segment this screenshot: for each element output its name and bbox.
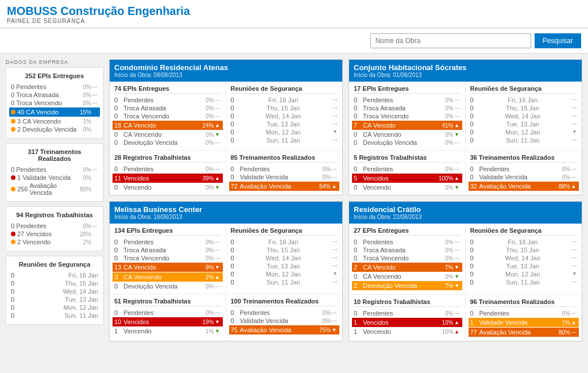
search-bar: Pesquisar [0,29,588,53]
card-header: Condomínio Residencial Atenas Início da … [110,60,342,82]
card-top: 17 EPIs Entregues 0 Pendentes 0% — 0 Tro… [349,82,582,151]
list-item: 0Mon, 12 Jan [11,303,98,312]
item-row: 0 Devolução Vencida 0% — [114,282,221,290]
item-row: 77 Avaliação Vencida 80% — [469,328,579,337]
item-row: 1 Vencendo 1% ▼ [114,327,221,335]
item-pct: 15% [80,109,91,116]
item-row: 72 Avaliação Vencida 84% ▲ [229,182,340,191]
project-card: Melissa Business Center Início da Obra: … [109,201,343,341]
date: Wed, 14 Jan [63,288,98,295]
search-input[interactable] [370,33,531,48]
reunioes-header: Reuniões de Segurança [231,85,338,94]
item-row: 1 Vencidos 10% ▲ [352,318,462,327]
project-start: Início da Obra: 18/08/2013 [114,214,338,220]
meeting-row: 0 Thu, 15 Jan — [470,246,578,254]
item-row: 0 Pendentes 0% — [354,165,461,173]
dot-icon [11,110,16,114]
item-row: 0 Troca Vencendo 0% — [354,112,461,120]
dot-icon [11,175,16,180]
card-top: 27 EPIs Entregues 0 Pendentes 0% — 0 Tro… [349,224,582,295]
list-item: 256 Avaliação Vencida 80% [11,182,98,197]
item-label: 40 CA Vencido [11,109,80,116]
project-card: Conjunto Habitacional Sócrates Início da… [349,59,582,195]
sidebar: DADOS DA EMPRESA 252 EPIs Entregues 0 Pe… [6,59,103,341]
projects-grid: Condomínio Residencial Atenas Início da … [109,59,582,341]
item-row: 0 Validade Vencida 0% — [231,317,338,325]
epis-header: 74 EPIs Entregues [114,85,221,94]
meeting-row: 0 Tue, 13 Jan — [231,120,338,128]
item-row: 0 Validade Vencida 0% — [470,173,578,181]
item-row: 0 Pendentes 0% — [470,309,578,317]
meeting-row: 0 Sun, 11 Jan — [231,278,338,286]
item-row: 75 Avaliação Vencida 75% ▼ [229,325,340,334]
epis-header: 27 EPIs Entregues [354,227,461,236]
item-label: 0 Pendentes [11,166,83,173]
count: 0 [11,304,14,311]
item-row: 0 Troca Atrasada 0% — [354,104,461,112]
reunioes-section: Reuniões de Segurança 0 Fri, 16 Jan — 0 … [226,224,343,294]
dot-icon [11,127,16,132]
item-row: 1 Validade Vencida 1% ▲ [469,318,579,327]
item-arrow: — [91,84,98,90]
item-row: 0 Pendentes 0% — [470,165,578,173]
registros-header: 10 Registros Trabalhistas [354,298,461,307]
epis-title: 252 EPIs Entregues [11,72,98,79]
item-pct: 0% [83,126,91,133]
item-row: 0 Devolução Vencida 0% — [114,139,221,147]
item-row: 0 CA Vencendo 0% ▼ [114,130,221,139]
epis-section: 252 EPIs Entregues 0 Pendentes 0% — 0 Tr… [6,67,103,139]
item-label: 0 Pendentes [11,222,83,229]
item-arrow: — [91,100,98,106]
item-row: 0 Troca Atrasada 0% — [114,104,221,112]
card-header: Melissa Business Center Início da Obra: … [110,202,342,224]
count: 0 [11,296,14,303]
list-item: 3 CA Vencendo 1% [11,117,98,125]
item-pct: 28% [80,231,91,237]
header: MOBUSS Construção Engenharia PAINEL DE S… [0,0,588,29]
item-pct: 0% [83,167,91,173]
item-label: 2 Devolução Vencida [11,126,83,133]
meeting-row: 0 Mon, 12 Jan ▼ [470,128,578,136]
list-item: 0 Pendentes 0% — [11,166,98,174]
project-start: Início da Obra: 08/08/2013 [114,72,338,78]
list-item: 1 Validade Vencida 0% [11,174,98,182]
item-row: 32 Avaliação Vencida 88% ▲ [469,182,579,191]
card-bottom: 5 Registros Trabalhistas 0 Pendentes 0% … [349,151,582,195]
item-row: 1 Vencendo 10% ▲ [354,328,461,336]
registros-title: 94 Registros Trabalhistas [11,212,98,218]
project-name: Residencial Crátilo [354,205,577,214]
dot-icon [11,240,16,244]
meeting-row: 0 Wed, 14 Jan — [231,112,338,120]
item-row: 0 Pendentes 0% — [114,309,221,317]
search-button[interactable]: Pesquisar [535,33,581,48]
item-row: 3 CA Vencendo 2% ▲ [113,272,223,282]
item-row: 0 Troca Atrasada 0% — [114,246,221,254]
count: 0 [11,280,14,287]
reunioes-section: Reuniões de Segurança 0 Fri, 16 Jan — 0 … [226,82,343,151]
dot-icon [11,232,16,236]
treinamentos-title: 317 Treinamentos Realizados [11,148,98,162]
item-row: 0 Pendentes 0% — [114,165,221,173]
date: Mon, 12 Jan [63,304,98,311]
item-label: 1 Validade Vencida [11,174,83,181]
meeting-row: 0 Mon, 12 Jan ▼ [231,270,338,278]
list-item: 40 CA Vencido 15% [9,107,100,117]
item-pct: 2% [83,239,91,245]
item-row: 0 Troca Vencendo 0% — [354,254,461,262]
registros-section: 51 Registros Trabalhistas 0 Pendentes 0%… [110,294,226,339]
item-label: 256 Avaliação Vencida [11,182,80,196]
item-label: 0 Troca Atrasada [11,91,83,98]
item-row: 0 Vencendo 0% ▼ [354,183,461,191]
meeting-row: 0 Tue, 13 Jan — [470,262,578,270]
item-row: 13 CA Vencido 9% ▼ [113,263,223,272]
registros-section: 94 Registros Trabalhistas 0 Pendentes 0%… [6,206,103,251]
list-item: 0 Pendentes 0% — [11,222,98,230]
item-arrow: — [91,223,98,229]
item-row: 2 Devolução Vencida 7% ▼ [352,281,462,290]
item-row: 0 CA Vencendo 0% ▼ [354,130,461,139]
item-label: 27 Vencidos [11,230,80,237]
meeting-row: 0 Wed, 14 Jan — [231,254,338,262]
list-item: 0Sun, 11 Jan [11,312,98,320]
project-card: Condomínio Residencial Atenas Início da … [109,59,343,195]
treinamentos-header: 36 Treinamentos Realizados [470,154,578,163]
